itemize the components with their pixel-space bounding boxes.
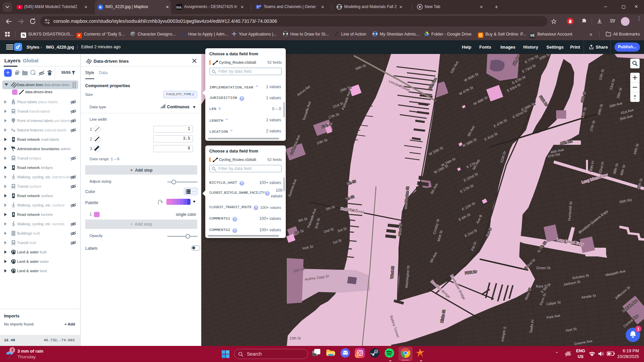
svg-text:10th St: 10th St: [289, 336, 301, 340]
svg-text:D2L: D2L: [176, 6, 182, 9]
svg-text:1: 1: [637, 327, 640, 331]
svg-text:T: T: [257, 5, 259, 9]
svg-text:Green St: Green St: [536, 266, 550, 270]
